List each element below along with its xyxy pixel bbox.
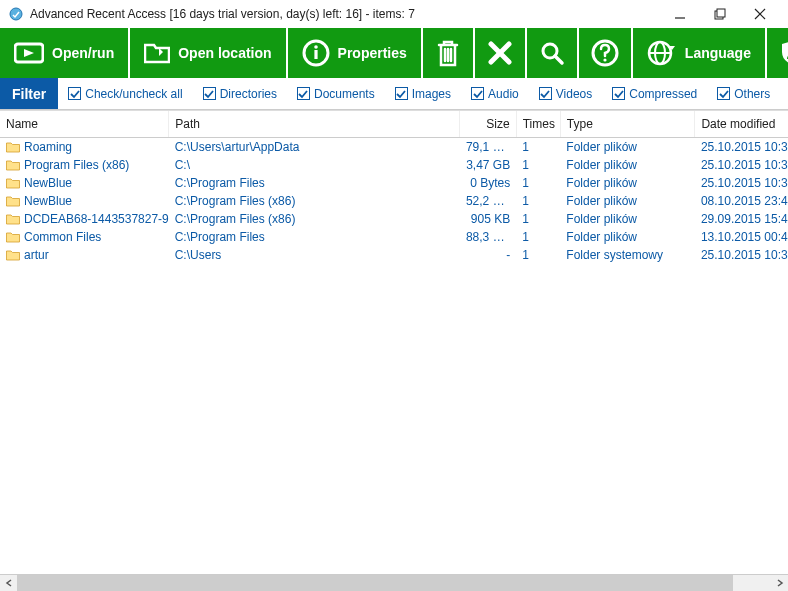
folder-icon [6,249,20,261]
horizontal-scrollbar[interactable] [0,574,788,591]
search-button[interactable] [527,28,579,78]
row-size: 3,47 GB [460,156,516,174]
filter-others[interactable]: Others [707,78,780,109]
open-run-button[interactable]: Open/run [0,28,130,78]
user-button[interactable] [767,28,788,78]
file-table: Name Path Size Times Type Date modified … [0,111,788,264]
remove-button[interactable] [475,28,527,78]
titlebar: Advanced Recent Access [16 days trial ve… [0,0,788,28]
col-date[interactable]: Date modified [695,111,788,138]
row-date: 29.09.2015 15:43 [695,210,788,228]
checkbox-icon [395,87,408,100]
folder-icon [6,231,20,243]
filter-audio[interactable]: Audio [461,78,529,109]
language-button[interactable]: Language [633,28,767,78]
col-times[interactable]: Times [516,111,560,138]
scroll-right-button[interactable] [771,575,788,592]
svg-point-0 [10,8,22,20]
filter-others-label: Others [734,87,770,101]
svg-rect-9 [314,50,317,59]
scroll-track[interactable] [17,575,771,592]
name-cell: Roaming [6,140,163,154]
name-cell: NewBlue [6,194,163,208]
row-date: 13.10.2015 00:41 [695,228,788,246]
scroll-left-button[interactable] [0,575,17,592]
checkbox-icon [297,87,310,100]
app-icon [8,6,24,22]
table-container: Name Path Size Times Type Date modified … [0,110,788,574]
row-type: Folder systemowy [560,246,695,264]
row-type: Folder plików [560,192,695,210]
row-times: 1 [516,156,560,174]
table-row[interactable]: arturC:\Users-1Folder systemowy25.10.201… [0,246,788,264]
folder-icon [6,195,20,207]
col-name[interactable]: Name [0,111,169,138]
folder-icon [6,141,20,153]
row-date: 25.10.2015 10:38 [695,138,788,157]
close-button[interactable] [740,2,780,26]
search-icon [539,40,565,66]
x-icon [487,40,513,66]
maximize-button[interactable] [700,2,740,26]
minimize-button[interactable] [660,2,700,26]
row-path: C:\ [169,156,460,174]
help-button[interactable] [579,28,633,78]
row-date: 08.10.2015 23:45 [695,192,788,210]
table-row[interactable]: RoamingC:\Users\artur\AppData79,1 MB1Fol… [0,138,788,157]
name-cell: Common Files [6,230,163,244]
row-path: C:\Program Files [169,174,460,192]
filter-compressed-label: Compressed [629,87,697,101]
checkbox-icon [612,87,625,100]
folder-icon [6,213,20,225]
row-name: artur [24,248,49,262]
filter-documents[interactable]: Documents [287,78,385,109]
col-size[interactable]: Size [460,111,516,138]
col-type[interactable]: Type [560,111,695,138]
name-cell: DCDEAB68-1443537827-95... [6,212,163,226]
scroll-thumb[interactable] [17,575,733,592]
table-row[interactable]: NewBlueC:\Program Files0 Bytes1Folder pl… [0,174,788,192]
row-name: DCDEAB68-1443537827-95... [24,212,169,226]
row-type: Folder plików [560,156,695,174]
open-location-button[interactable]: Open location [130,28,287,78]
row-size: 0 Bytes [460,174,516,192]
shield-user-icon [779,39,788,67]
row-times: 1 [516,228,560,246]
row-times: 1 [516,246,560,264]
filter-directories-label: Directories [220,87,277,101]
filter-documents-label: Documents [314,87,375,101]
col-path[interactable]: Path [169,111,460,138]
row-type: Folder plików [560,210,695,228]
filter-compressed[interactable]: Compressed [602,78,707,109]
row-path: C:\Users [169,246,460,264]
filter-check-all-label: Check/uncheck all [85,87,182,101]
filter-check-all[interactable]: Check/uncheck all [58,78,192,109]
filter-videos-label: Videos [556,87,592,101]
row-type: Folder plików [560,228,695,246]
checkbox-icon [203,87,216,100]
toolbar: Open/run Open location Properties Langua… [0,28,788,78]
filter-images[interactable]: Images [385,78,461,109]
table-row[interactable]: Program Files (x86)C:\3,47 GB1Folder pli… [0,156,788,174]
row-size: 88,3 MB [460,228,516,246]
delete-button[interactable] [423,28,475,78]
row-type: Folder plików [560,174,695,192]
properties-button[interactable]: Properties [288,28,423,78]
row-times: 1 [516,192,560,210]
filter-directories[interactable]: Directories [193,78,287,109]
filter-videos[interactable]: Videos [529,78,602,109]
table-row[interactable]: Common FilesC:\Program Files88,3 MB1Fold… [0,228,788,246]
table-row[interactable]: DCDEAB68-1443537827-95...C:\Program File… [0,210,788,228]
row-date: 25.10.2015 10:39 [695,174,788,192]
window-title: Advanced Recent Access [16 days trial ve… [30,7,415,21]
row-path: C:\Program Files (x86) [169,210,460,228]
open-run-label: Open/run [52,45,114,61]
checkbox-icon [471,87,484,100]
row-path: C:\Users\artur\AppData [169,138,460,157]
table-row[interactable]: NewBlueC:\Program Files (x86)52,2 MB1Fol… [0,192,788,210]
row-path: C:\Program Files (x86) [169,192,460,210]
row-name: NewBlue [24,176,72,190]
folder-icon [6,177,20,189]
filter-audio-label: Audio [488,87,519,101]
checkbox-icon [68,87,81,100]
